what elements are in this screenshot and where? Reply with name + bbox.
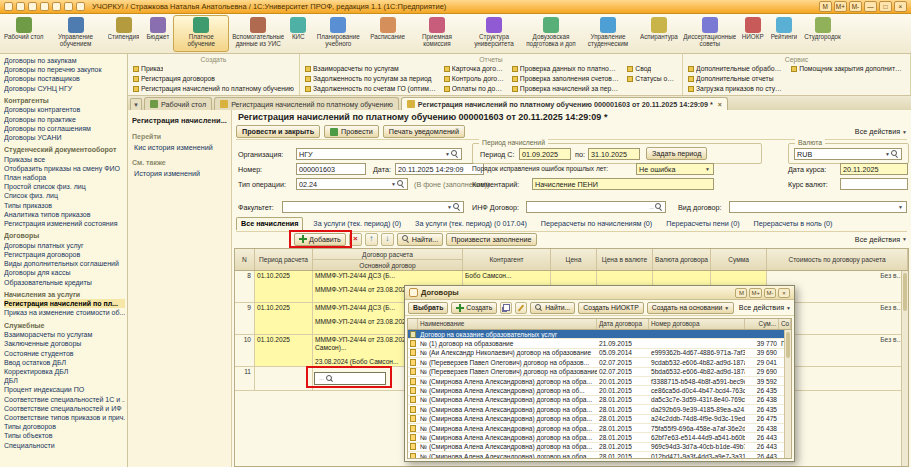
action-link[interactable]: Проверка данных по платному обучению [512,64,619,73]
sidebar-item[interactable]: ДБЛ [4,376,125,385]
ribbon-section[interactable]: Приемная комиссия [409,15,465,52]
ribbon-section[interactable]: Рейтинги [768,15,801,52]
date-field[interactable]: 20.11.2025 14:29:09 [395,163,484,175]
find-button[interactable]: Найти... [397,233,444,246]
sidebar-item[interactable]: Процент индексации ПО [4,385,125,394]
action-link[interactable]: Оплаты по договорам [444,84,504,93]
ribbon-section[interactable]: Расписание [367,15,408,52]
column-header[interactable]: Валюта договора [653,249,711,270]
scrollbar-thumb[interactable] [903,273,907,311]
dialog-titlebar[interactable]: Договоры MM+M-× [405,286,794,300]
sidebar-item[interactable]: Заключенные договоры [4,339,125,348]
sidebar-item[interactable]: Регистрация договоров [4,250,125,259]
lookup-icon[interactable] [397,180,405,188]
contract-row[interactable]: № (Смирнова Алена Александровна) договор… [408,433,791,442]
number-field[interactable]: 000001603 [296,163,366,175]
lookup-icon[interactable] [891,150,899,158]
dialog-column-header[interactable]: Наименование [418,319,597,329]
dialog-all-actions-button[interactable]: Все действия▼ [739,303,791,312]
ribbon-section[interactable]: Структура университета [466,15,522,52]
charges-tab[interactable]: За услуги (тек. период) (0) [309,218,405,230]
sidebar-item[interactable]: Ввод остатков ДБЛ [4,358,125,367]
add-row-button[interactable]: Добавить [294,233,346,246]
column-header[interactable]: Стоимость по договору расчета [767,249,908,270]
ribbon-section[interactable]: Платное обучение [173,15,229,52]
sidebar-item[interactable]: Список физ. лиц [4,191,125,200]
ribbon-section[interactable]: Рабочий стол [1,15,47,52]
sidebar-item[interactable]: Соответствие специальностей и ИФ [4,404,125,413]
contract-row[interactable]: № (Смирнова Алена Александровна) договор… [408,377,791,386]
contract-row[interactable]: № (Переверзев Павел Олегович) договор на… [408,358,791,367]
sidebar-item[interactable]: Типы приказов [4,201,125,210]
window-button[interactable]: M [819,1,832,12]
grid-all-actions-button[interactable]: Все действия▼ [855,235,907,244]
sidebar-item[interactable]: Регистрация изменений состояния [4,219,125,228]
ribbon-section[interactable]: КИС [287,15,309,52]
sidebar-item[interactable]: Договоры по закупкам [4,56,125,65]
window-button[interactable]: □ [879,1,892,12]
dialog-column-header[interactable]: Дата договора [597,319,649,329]
dialog-find-button[interactable]: Найти... [530,302,575,314]
sidebar-item[interactable]: Взаиморасчеты по услугам [4,330,125,339]
action-link[interactable]: Задолженность по счетам ГО (оптимизирова… [305,84,436,93]
post-and-close-button[interactable]: Провести и закрыть [236,125,320,138]
save-icon[interactable] [16,2,25,11]
charges-tab[interactable]: Перерасчеты пени (0) [662,218,743,230]
sidebar-item[interactable]: План набора [4,173,125,182]
sidebar-item[interactable]: Типы объектов [4,431,125,440]
set-period-button[interactable]: Задать период [646,147,707,160]
dropdown-icon[interactable]: ▼ [446,205,453,210]
ribbon-section[interactable]: Управление обучением [48,15,104,52]
ribbon-section[interactable]: Аспирантура [637,15,681,52]
sidebar-item[interactable]: Виды дополнительных соглашений [4,259,125,268]
action-link[interactable]: Свод [627,64,677,73]
tab-close-icon[interactable]: × [718,101,722,108]
action-link[interactable]: Задолженность по услугам за период [305,74,436,83]
dialog-vertical-scrollbar[interactable] [784,330,791,458]
dialog-column-header[interactable]: Со... [779,319,791,329]
select-button[interactable]: Выбрать [408,302,448,314]
sidebar-item[interactable]: Договоры по практике [4,115,125,124]
window-tab[interactable]: Рабочий стол [144,97,212,110]
print-notifications-button[interactable]: Печать уведомлений [383,125,465,138]
contract-row[interactable]: № (Смирнова Алена Александровна) договор… [408,415,791,424]
column-header[interactable]: Период расчета [255,249,313,270]
sidebar-item[interactable]: Договоры СУНЦ НГУ [4,84,125,93]
create-button[interactable]: Создать [451,302,497,314]
contract-row[interactable]: Договор на оказание образовательных услу… [408,330,791,339]
contract-row[interactable]: № (Смирнова Алена Александровна) договор… [408,424,791,433]
copy-button[interactable] [500,302,512,314]
window-button[interactable]: M+ [834,1,847,12]
contract-row[interactable]: № (Смирнова Алена Александровна) договор… [408,405,791,414]
contract-row[interactable]: № (Смирнова Алена Александровна) договор… [408,443,791,452]
contract-row[interactable]: № (Переверзев Павел Олегович) договор на… [408,368,791,377]
sidebar-item[interactable]: Корректировка ДБЛ [4,367,125,376]
contract-row[interactable]: № (Аи Александр Николаевич) договор на о… [408,349,791,358]
action-link[interactable]: Дополнительные отчеты [688,74,783,83]
form-all-actions-button[interactable]: Все действия▼ [855,127,907,136]
lookup-icon[interactable] [453,203,461,211]
ribbon-section[interactable]: Довузовская подготовка и доп образование [523,15,579,52]
lookup-icon[interactable] [451,150,459,158]
contract-field[interactable]: … [526,201,666,213]
column-header[interactable]: Контрагент [463,249,551,270]
column-header[interactable]: Цена [551,249,597,270]
ribbon-section[interactable]: Вспомогательные данные из УИС [230,15,286,52]
info-icon[interactable] [76,2,85,11]
sidebar-item[interactable]: Аналитика типов приказов [4,210,125,219]
form-nav-link[interactable]: Кис история изменений [132,143,227,152]
dialog-window-button[interactable]: × [778,288,790,298]
sidebar-item[interactable]: Договоры УСАНИ [4,133,125,142]
action-link[interactable]: Приказ [133,64,294,73]
move-up-button[interactable]: ↑ [365,233,378,246]
dropdown-icon[interactable]: ▼ [444,152,451,157]
action-link[interactable]: Регистрация начислений по платному обуче… [133,84,294,93]
dropdown-icon[interactable]: ▼ [897,205,904,210]
sidebar-item[interactable]: Отобразить приказы на смену ФИО [4,164,125,173]
sidebar-item[interactable]: Состояние студентов [4,349,125,358]
contract-row[interactable]: № (1) договор на образование21.09.201539… [408,339,791,348]
dropdown-icon[interactable]: ▼ [884,152,891,157]
action-link[interactable]: Проверка начислений за период [512,84,619,93]
sidebar-item[interactable]: Договоры для кассы [4,268,125,277]
error-correction-field[interactable]: Не ошибка▼ [636,163,714,175]
